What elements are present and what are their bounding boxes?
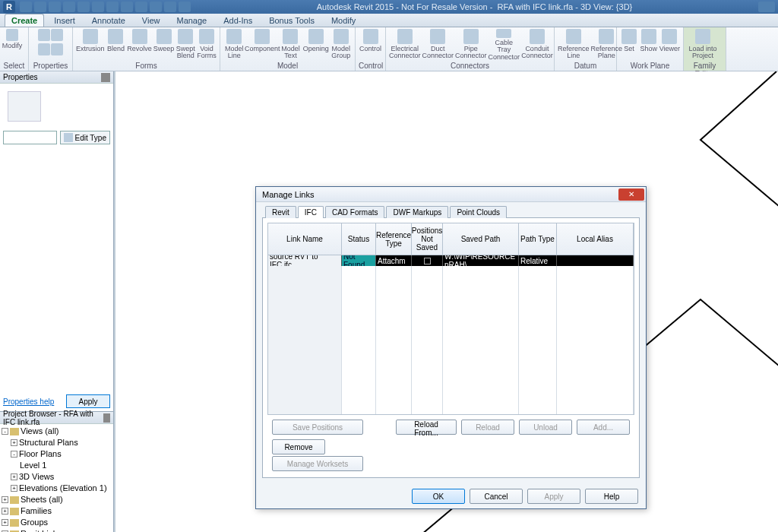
tree-node[interactable]: +Sheets (all) [2, 494, 112, 505]
type-selector[interactable] [3, 131, 57, 144]
tab-addins[interactable]: Add-Ins [217, 14, 259, 27]
tab-create[interactable]: Create [5, 14, 44, 27]
remove-button[interactable]: Remove [272, 439, 325, 454]
expand-icon[interactable]: + [11, 439, 17, 446]
tree-node[interactable]: -Views (all) [2, 426, 112, 437]
table-row[interactable]: source RVT to IFC.ifc Not Found Attachm … [268, 255, 634, 266]
control-control-button[interactable]: Control [359, 29, 382, 61]
connector-electrical-connector-button[interactable]: Electrical Connector [389, 29, 421, 61]
expand-icon[interactable]: + [2, 496, 8, 503]
forms-blend-button[interactable]: Blend [106, 29, 126, 61]
ok-button[interactable]: OK [412, 489, 465, 504]
app-menu-icon[interactable]: R [3, 1, 15, 13]
prop-icon[interactable] [38, 29, 50, 41]
expand-icon[interactable]: + [2, 508, 8, 515]
links-grid[interactable]: Link Name Status Reference Type Position… [267, 223, 634, 415]
tree-node[interactable]: +Elevations (Elevation 1) [2, 483, 112, 494]
col-status[interactable]: Status [342, 223, 376, 255]
tree-node[interactable]: Level 1 [2, 460, 112, 471]
dialog-close-button[interactable]: ✕ [618, 188, 644, 201]
close-icon[interactable] [101, 73, 110, 82]
expand-icon[interactable]: + [11, 485, 17, 492]
connector-pipe-connector-button[interactable]: Pipe Connector [455, 29, 487, 61]
connector-duct-connector-button[interactable]: Duct Connector [422, 29, 454, 61]
cancel-button[interactable]: Cancel [470, 489, 523, 504]
qat-open-icon[interactable] [20, 2, 32, 12]
qat-text-icon[interactable] [121, 2, 133, 12]
forms-swept-blend-button[interactable]: Swept Blend [176, 29, 195, 61]
edit-type-button[interactable]: Edit Type [60, 131, 110, 144]
save-positions-button[interactable]: Save Positions [272, 420, 363, 435]
minimize-icon[interactable] [758, 2, 775, 12]
unload-button[interactable]: Unload [519, 420, 572, 435]
prop2-icon[interactable] [51, 29, 63, 41]
col-saved-path[interactable]: Saved Path [443, 223, 519, 255]
tab-insert[interactable]: Insert [47, 14, 82, 27]
qat-print-icon[interactable] [77, 2, 90, 12]
qat-measure-icon[interactable] [92, 2, 104, 12]
qat-sync-icon[interactable] [150, 2, 162, 12]
reload-from-button[interactable]: Reload From... [396, 420, 457, 435]
tree-node[interactable]: -Revit Links [2, 528, 112, 532]
family-load-into-project-button[interactable]: Load into Project [687, 29, 719, 61]
qat-undo-icon[interactable] [49, 2, 61, 12]
properties-apply-button[interactable]: Apply [66, 394, 110, 408]
prop3-icon[interactable] [38, 43, 50, 55]
model-model-text-button[interactable]: Model Text [280, 29, 301, 61]
manage-worksets-button[interactable]: Manage Worksets [272, 456, 363, 471]
col-link-name[interactable]: Link Name [268, 223, 342, 255]
model-component-button[interactable]: Component [246, 29, 278, 61]
collapse-icon[interactable]: - [2, 428, 8, 435]
connector-cable-tray-connector-button[interactable]: Cable Tray Connector [489, 29, 520, 61]
tab-view[interactable]: View [135, 14, 167, 27]
model-model-line-button[interactable]: Model Line [223, 29, 245, 61]
modify-button[interactable]: Modify [3, 29, 21, 61]
apply-button[interactable]: Apply [527, 489, 580, 504]
forms-revolve-button[interactable]: Revolve [127, 29, 152, 61]
forms-extrusion-button[interactable]: Extrusion [76, 29, 105, 61]
qat-close-icon[interactable] [179, 2, 191, 12]
properties-help-link[interactable]: Properties help [3, 397, 54, 406]
tree-node[interactable]: +Families [2, 505, 112, 517]
forms-sweep-button[interactable]: Sweep [153, 29, 175, 61]
qat-redo-icon[interactable] [63, 2, 75, 12]
add-button[interactable]: Add... [577, 420, 630, 435]
forms-void-forms-button[interactable]: Void Forms [197, 29, 217, 61]
tab-modify[interactable]: Modify [324, 14, 362, 27]
collapse-icon[interactable]: - [11, 451, 17, 458]
model-opening-button[interactable]: Opening [303, 29, 329, 61]
workplane-set-button[interactable]: Set [620, 29, 638, 61]
qat-switch-icon[interactable] [164, 2, 176, 12]
tab-annotate[interactable]: Annotate [85, 14, 132, 27]
workplane-show-button[interactable]: Show [640, 29, 658, 61]
dialog-tab-cad-formats[interactable]: CAD Formats [325, 206, 385, 218]
dialog-tab-revit[interactable]: Revit [265, 206, 296, 218]
col-local-alias[interactable]: Local Alias [557, 223, 634, 255]
tree-node[interactable]: +3D Views [2, 471, 112, 483]
model-model-group-button[interactable]: Model Group [330, 29, 352, 61]
project-browser-tree[interactable]: -Views (all)+Structural Plans-Floor Plan… [0, 424, 113, 532]
tree-node[interactable]: +Groups [2, 517, 112, 528]
col-positions[interactable]: Positions Not Saved [412, 223, 443, 255]
close-icon[interactable] [103, 413, 110, 423]
dialog-tab-dwf-markups[interactable]: DWF Markups [386, 206, 448, 218]
tab-bonustools[interactable]: Bonus Tools [262, 14, 321, 27]
expand-icon[interactable]: + [2, 519, 8, 526]
expand-icon[interactable]: + [11, 473, 17, 480]
workplane-viewer-button[interactable]: Viewer [659, 29, 680, 61]
datum-reference-line-button[interactable]: Reference Line [558, 29, 590, 61]
qat-3d-icon[interactable] [135, 2, 147, 12]
tab-manage[interactable]: Manage [169, 14, 213, 27]
qat-save-icon[interactable] [34, 2, 46, 12]
dialog-tab-point-clouds[interactable]: Point Clouds [450, 206, 507, 218]
col-ref-type[interactable]: Reference Type [376, 223, 412, 255]
tree-node[interactable]: -Floor Plans [2, 448, 112, 460]
qat-tag-icon[interactable] [106, 2, 119, 12]
col-path-type[interactable]: Path Type [519, 223, 557, 255]
dialog-tab-ifc[interactable]: IFC [298, 206, 324, 218]
help-button[interactable]: Help [585, 489, 638, 504]
tree-node[interactable]: +Structural Plans [2, 437, 112, 448]
reload-button[interactable]: Reload [461, 420, 514, 435]
prop4-icon[interactable] [51, 43, 63, 55]
connector-conduit-connector-button[interactable]: Conduit Connector [521, 29, 553, 61]
